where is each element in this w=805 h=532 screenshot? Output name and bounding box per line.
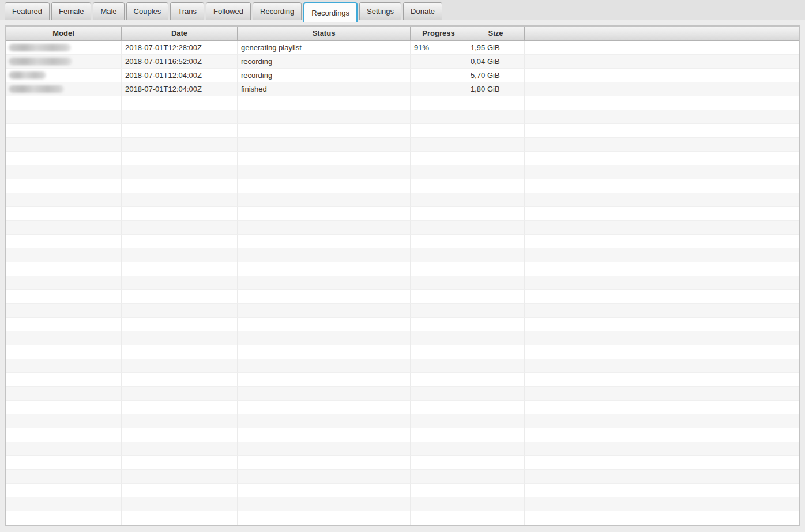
empty-cell (6, 359, 122, 373)
empty-cell (411, 193, 467, 207)
empty-cell (6, 138, 122, 152)
empty-row (6, 110, 799, 124)
empty-cell (467, 179, 525, 193)
empty-row (6, 359, 799, 373)
model-cell (6, 41, 122, 55)
empty-cell (238, 124, 411, 138)
empty-cell (467, 484, 525, 497)
empty-cell (6, 193, 122, 207)
status-cell: finished (238, 82, 411, 96)
progress-cell (411, 55, 467, 69)
empty-cell (122, 428, 238, 442)
empty-cell (6, 235, 122, 248)
recording-row[interactable]: 2018-07-01T12:04:00Zrecording5,70 GiB (6, 69, 799, 82)
column-header-progress[interactable]: Progress (411, 27, 467, 41)
empty-cell (238, 470, 411, 484)
empty-cell (6, 152, 122, 165)
tab-followed[interactable]: Followed (206, 2, 251, 20)
filler-cell (525, 304, 799, 318)
empty-cell (238, 165, 411, 179)
empty-cell (6, 221, 122, 235)
tab-settings[interactable]: Settings (359, 2, 401, 20)
filler-cell (525, 484, 799, 497)
recording-row[interactable]: 2018-07-01T16:52:00Zrecording0,04 GiB (6, 55, 799, 69)
empty-cell (238, 497, 411, 511)
empty-cell (411, 318, 467, 331)
empty-cell (411, 511, 467, 525)
empty-row (6, 345, 799, 359)
empty-cell (122, 401, 238, 414)
empty-cell (411, 179, 467, 193)
empty-row (6, 124, 799, 138)
empty-cell (411, 165, 467, 179)
empty-cell (6, 387, 122, 401)
empty-cell (6, 110, 122, 124)
empty-cell (238, 359, 411, 373)
column-header-date[interactable]: Date (122, 27, 238, 41)
column-header-model[interactable]: Model (6, 27, 122, 41)
empty-cell (6, 262, 122, 276)
empty-cell (6, 304, 122, 318)
empty-cell (122, 442, 238, 456)
empty-cell (467, 207, 525, 221)
tab-female[interactable]: Female (51, 2, 91, 20)
filler-cell (525, 387, 799, 401)
date-cell: 2018-07-01T12:04:00Z (122, 82, 238, 96)
empty-cell (122, 373, 238, 387)
progress-cell (411, 82, 467, 96)
empty-cell (6, 345, 122, 359)
tab-recording[interactable]: Recording (253, 2, 302, 20)
tab-recordings[interactable]: Recordings (303, 2, 358, 22)
filler-cell (525, 193, 799, 207)
empty-cell (238, 235, 411, 248)
empty-cell (6, 428, 122, 442)
size-cell: 0,04 GiB (467, 55, 525, 69)
empty-cell (122, 248, 238, 262)
empty-cell (238, 248, 411, 262)
empty-cell (467, 124, 525, 138)
progress-cell (411, 69, 467, 82)
empty-cell (411, 304, 467, 318)
tab-male[interactable]: Male (93, 2, 124, 20)
filler-cell (525, 165, 799, 179)
filler-cell (525, 221, 799, 235)
empty-cell (411, 401, 467, 414)
empty-cell (467, 138, 525, 152)
tab-featured[interactable]: Featured (5, 2, 50, 20)
status-cell: generating playlist (238, 41, 411, 55)
empty-cell (238, 331, 411, 345)
empty-cell (6, 401, 122, 414)
empty-cell (411, 235, 467, 248)
empty-cell (122, 152, 238, 165)
recording-row[interactable]: 2018-07-01T12:04:00Zfinished1,80 GiB (6, 82, 799, 96)
empty-cell (238, 345, 411, 359)
empty-cell (6, 179, 122, 193)
empty-row (6, 497, 799, 511)
empty-cell (467, 318, 525, 331)
empty-row (6, 138, 799, 152)
size-cell: 1,80 GiB (467, 82, 525, 96)
recording-row[interactable]: 2018-07-01T12:28:00Zgenerating playlist9… (6, 41, 799, 55)
empty-row (6, 262, 799, 276)
tab-couples[interactable]: Couples (126, 2, 169, 20)
empty-cell (122, 165, 238, 179)
empty-row (6, 193, 799, 207)
filler-cell (525, 428, 799, 442)
empty-cell (238, 401, 411, 414)
empty-cell (467, 401, 525, 414)
filler-cell (525, 401, 799, 414)
column-header-status[interactable]: Status (238, 27, 411, 41)
empty-row (6, 331, 799, 345)
filler-cell (525, 373, 799, 387)
size-cell: 1,95 GiB (467, 41, 525, 55)
empty-cell (467, 414, 525, 428)
tab-trans[interactable]: Trans (170, 2, 204, 20)
empty-cell (122, 235, 238, 248)
filler-cell (525, 318, 799, 331)
empty-cell (122, 96, 238, 110)
empty-cell (6, 248, 122, 262)
empty-cell (411, 359, 467, 373)
column-header-size[interactable]: Size (467, 27, 525, 41)
tab-donate[interactable]: Donate (403, 2, 442, 20)
filler-cell (525, 207, 799, 221)
